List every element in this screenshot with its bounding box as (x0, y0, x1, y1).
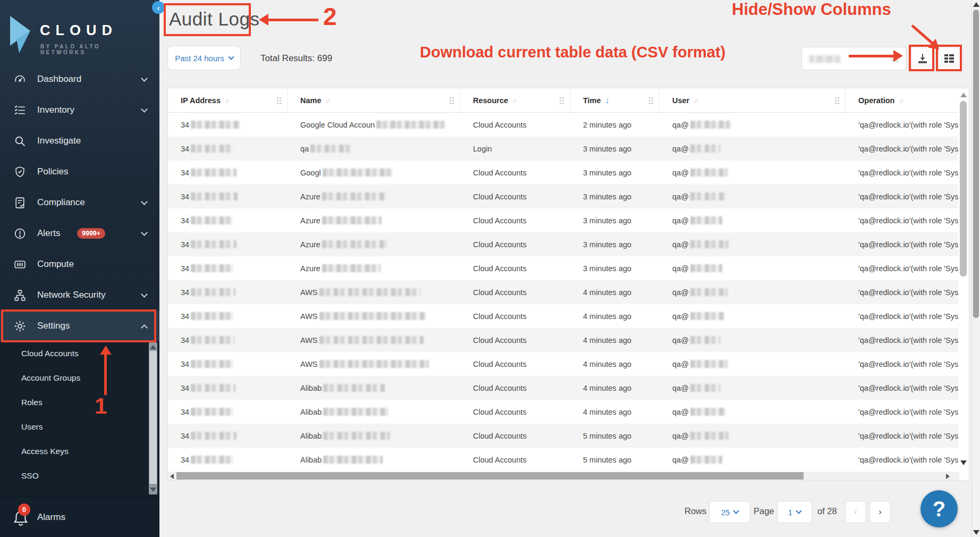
column-header-resource[interactable]: Resource↓↑ (460, 88, 570, 112)
sort-icon[interactable]: ↓↑ (326, 97, 330, 104)
table-vertical-scrollbar[interactable] (958, 88, 969, 472)
sidebar-item-dashboard[interactable]: Dashboard (0, 64, 159, 95)
table-row[interactable]: 34 Azure Cloud Accounts 3 minutes ago qa… (168, 208, 969, 232)
redacted-name (323, 384, 385, 392)
table-hscroll-thumb[interactable] (176, 472, 804, 480)
cell-operation: 'qa@redlock.io'(with role 'Syste (846, 232, 969, 256)
annotation-step1: 1 (95, 393, 107, 419)
sidebar-collapse-button[interactable]: ‹ (152, 1, 165, 14)
column-drag-handle-icon[interactable] (450, 97, 451, 99)
scroll-up-icon[interactable] (150, 345, 156, 349)
column-header-name[interactable]: Name↓↑ (288, 88, 460, 112)
sort-icon[interactable]: ↓↑ (899, 97, 902, 104)
submenu-item-account-groups[interactable]: Account Groups (0, 366, 159, 390)
table-row[interactable]: 34 qa Login 3 minutes ago qa@ 'qa@redloc… (168, 137, 969, 161)
submenu-scrollbar[interactable] (149, 342, 157, 494)
table-row[interactable]: 34 Azure Cloud Accounts 3 minutes ago qa… (168, 184, 969, 208)
submenu-item-roles[interactable]: Roles (0, 390, 159, 415)
table-row[interactable]: 34 Alibab Cloud Accounts 5 minutes ago q… (168, 424, 969, 448)
sort-desc-icon[interactable]: ↓ (605, 96, 610, 105)
scroll-up-icon[interactable] (960, 93, 967, 97)
submenu-scroll-thumb[interactable] (149, 351, 157, 484)
scroll-down-icon[interactable] (960, 460, 967, 465)
table-row[interactable]: 34 AWS Cloud Accounts 4 minutes ago qa@ … (168, 352, 969, 376)
redacted-ip (191, 169, 236, 177)
cell-ip-address: 34 (168, 256, 288, 280)
sidebar-item-compute[interactable]: Compute (0, 249, 159, 280)
help-button[interactable]: ? (920, 490, 958, 527)
table-scroll-thumb[interactable] (960, 101, 967, 276)
cell-time: 4 minutes ago (570, 304, 660, 328)
sort-icon[interactable]: ↓↑ (225, 97, 229, 104)
sidebar-item-compliance[interactable]: Compliance (0, 187, 159, 218)
table-row[interactable]: 34 Googl Cloud Accounts 3 minutes ago qa… (168, 161, 969, 184)
column-drag-handle-icon[interactable] (649, 97, 650, 99)
table-horizontal-scrollbar[interactable] (168, 472, 959, 480)
redacted-user (690, 384, 720, 392)
cell-resource: Cloud Accounts (460, 232, 570, 256)
search-input[interactable] (801, 47, 907, 70)
submenu-item-access-keys[interactable]: Access Keys (0, 439, 159, 464)
table-row[interactable]: 34 Azure Cloud Accounts 3 minutes ago qa… (168, 232, 969, 256)
cell-user: qa@ (660, 400, 846, 424)
scroll-up-icon[interactable] (973, 2, 979, 7)
table-row[interactable]: 34 Google Cloud Accoun Cloud Accounts 2 … (168, 113, 969, 137)
chevron-down-icon (141, 291, 148, 298)
sidebar-item-alerts[interactable]: Alerts 9999+ (0, 218, 159, 249)
page-label: Page (754, 506, 774, 516)
sort-icon[interactable]: ↓↑ (512, 97, 516, 104)
table-row[interactable]: 34 AWS Cloud Accounts 4 minutes ago qa@ … (168, 304, 969, 328)
scroll-down-icon[interactable] (973, 530, 979, 535)
column-drag-handle-icon[interactable] (277, 97, 278, 99)
sidebar-item-inventory[interactable]: Inventory (0, 95, 159, 125)
annotation-hide-show-columns: Hide/Show Columns (732, 0, 891, 19)
app-window: CLOUD BY PALO ALTO NETWORKS Dashboard In… (0, 0, 980, 537)
column-drag-handle-icon[interactable] (560, 97, 561, 99)
column-header-time[interactable]: Time↓ (570, 88, 660, 112)
scroll-right-icon[interactable] (946, 474, 950, 479)
cell-operation: 'qa@redlock.io'(with role 'Syste (846, 161, 969, 184)
rows-per-page-select[interactable]: 25 (709, 501, 750, 523)
submenu-item-users[interactable]: Users (0, 415, 159, 439)
sort-icon[interactable]: ↓↑ (694, 97, 697, 104)
question-mark-icon: ? (933, 497, 945, 521)
cell-user: qa@ (660, 208, 846, 232)
cell-resource: Cloud Accounts (460, 184, 570, 208)
sidebar-item-alarms[interactable]: 0 Alarms (0, 497, 159, 537)
table-row[interactable]: 34 AWS Cloud Accounts 4 minutes ago qa@ … (168, 280, 969, 304)
column-header-ip-address[interactable]: IP Address↓↑ (168, 88, 288, 112)
page-scroll-thumb[interactable] (973, 10, 979, 318)
sidebar-item-network-security[interactable]: Network Security (0, 280, 159, 311)
next-page-button[interactable]: › (869, 501, 891, 523)
page-scrollbar[interactable] (971, 0, 980, 537)
column-header-user[interactable]: User↓↑ (660, 88, 846, 112)
submenu-item-sso[interactable]: SSO (0, 464, 159, 488)
sidebar-item-label: Policies (37, 166, 69, 177)
cell-ip-address: 34 (168, 328, 288, 352)
scroll-down-icon[interactable] (150, 488, 156, 492)
table-row[interactable]: 34 Azure Cloud Accounts 3 minutes ago qa… (168, 256, 969, 280)
sidebar-item-investigate[interactable]: Investigate (0, 125, 159, 156)
cell-resource: Cloud Accounts (460, 376, 570, 400)
cell-ip-address: 34 (168, 232, 288, 256)
cell-user: qa@ (660, 256, 846, 280)
redacted-ip (191, 121, 240, 129)
redacted-name (319, 312, 426, 320)
column-header-operation[interactable]: Operation↓↑ (846, 88, 969, 112)
table-row[interactable]: 34 Alibab Cloud Accounts 4 minutes ago q… (168, 400, 969, 424)
chevron-down-icon (796, 508, 802, 514)
cell-ip-address: 34 (168, 376, 288, 400)
redacted-user (690, 360, 728, 368)
scroll-left-icon[interactable] (170, 474, 174, 479)
table-row[interactable]: 34 Alibab Cloud Accounts 5 minutes ago q… (168, 448, 969, 472)
previous-page-button[interactable]: ‹ (845, 501, 866, 523)
table-row[interactable]: 34 Alibab Cloud Accounts 4 minutes ago q… (168, 376, 969, 400)
time-filter-dropdown[interactable]: Past 24 hours (167, 46, 241, 70)
chevron-down-icon (141, 198, 148, 205)
sidebar-item-policies[interactable]: Policies (0, 156, 159, 187)
table-row[interactable]: 34 AWS Cloud Accounts 4 minutes ago qa@ … (168, 328, 969, 352)
cell-user: qa@ (660, 328, 846, 352)
column-drag-handle-icon[interactable] (835, 97, 837, 99)
page-select[interactable]: 1 (777, 501, 812, 523)
submenu-item-cloud-accounts[interactable]: Cloud Accounts (0, 341, 159, 366)
